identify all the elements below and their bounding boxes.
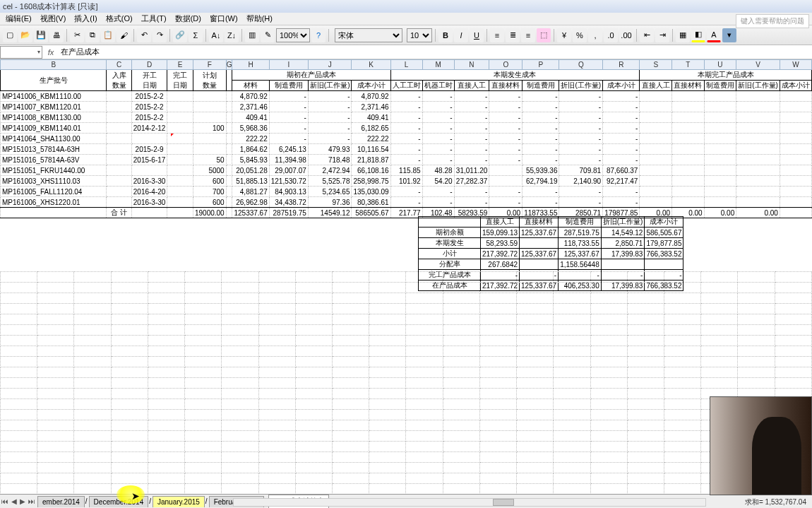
empty-cell[interactable] xyxy=(443,399,479,410)
table-row[interactable]: MP141064_SHA1130.00222.22--222.22------- xyxy=(1,134,812,144)
empty-cell[interactable] xyxy=(111,325,148,336)
table-row[interactable]: MP151051_FKRU1440.00500020,051.2829,007.… xyxy=(1,165,812,176)
empty-cell[interactable] xyxy=(554,484,590,494)
cell[interactable]: 2,140.90 xyxy=(559,176,603,187)
empty-cell[interactable] xyxy=(258,325,295,336)
empty-cell[interactable] xyxy=(222,442,258,452)
cell[interactable]: - xyxy=(489,155,523,165)
empty-cell[interactable] xyxy=(627,357,664,367)
empty-cell[interactable] xyxy=(443,442,479,452)
cell[interactable]: 409.41 xyxy=(352,112,390,123)
cell[interactable]: - xyxy=(422,197,454,208)
cell[interactable]: MP141009_KBM1140.01 xyxy=(1,123,107,134)
font-color-icon[interactable]: A xyxy=(707,28,721,42)
cell[interactable]: - xyxy=(269,134,308,144)
empty-cell[interactable] xyxy=(332,314,369,325)
empty-cell[interactable] xyxy=(369,314,406,325)
horizontal-scrollbar[interactable] xyxy=(233,498,706,508)
empty-cell[interactable] xyxy=(222,452,258,463)
cell[interactable] xyxy=(226,134,232,144)
cell[interactable]: 100 xyxy=(193,123,226,134)
empty-cell[interactable] xyxy=(111,389,148,399)
cell[interactable] xyxy=(226,176,232,187)
cell[interactable]: 2016-3-30 xyxy=(131,197,167,208)
new-icon[interactable]: ▢ xyxy=(3,28,17,42)
empty-cell[interactable] xyxy=(443,283,479,293)
empty-cell[interactable] xyxy=(406,378,443,389)
cut-icon[interactable]: ✂ xyxy=(70,28,84,42)
empty-cell[interactable] xyxy=(664,367,700,378)
cell[interactable]: - xyxy=(603,112,640,123)
cell[interactable]: MP141064_SHA1130.00 xyxy=(1,134,107,144)
empty-cell[interactable] xyxy=(517,378,554,389)
empty-cell[interactable] xyxy=(479,473,516,484)
empty-cell[interactable] xyxy=(148,420,184,431)
cell[interactable] xyxy=(193,112,226,123)
cell[interactable]: 709.81 xyxy=(559,165,603,176)
cell[interactable] xyxy=(640,155,672,165)
empty-cell[interactable] xyxy=(664,378,700,389)
cell[interactable] xyxy=(167,144,193,155)
total-cell[interactable] xyxy=(131,208,167,218)
empty-cell[interactable] xyxy=(590,283,627,293)
empty-cell[interactable] xyxy=(111,452,148,463)
empty-cell[interactable] xyxy=(258,346,295,357)
cell[interactable]: 4,870.92 xyxy=(232,91,269,102)
cell[interactable]: - xyxy=(559,91,603,102)
summary-cell[interactable]: 118,733.55 xyxy=(559,238,602,249)
empty-cell[interactable] xyxy=(37,304,74,314)
empty-cell[interactable] xyxy=(295,336,332,346)
empty-cell[interactable] xyxy=(37,367,74,378)
empty-cell[interactable] xyxy=(148,399,184,410)
cell[interactable]: - xyxy=(489,144,523,155)
empty-cell[interactable] xyxy=(443,473,479,484)
cell[interactable]: - xyxy=(523,197,559,208)
cell[interactable] xyxy=(780,197,811,208)
cell[interactable]: 5000 xyxy=(193,165,226,176)
empty-cell[interactable] xyxy=(627,378,664,389)
empty-cell[interactable] xyxy=(258,389,295,399)
empty-cell[interactable] xyxy=(664,420,700,431)
empty-cell[interactable] xyxy=(443,346,479,357)
table-row[interactable]: MP141009_KBM1140.012014-2-121005,968.36-… xyxy=(1,123,812,134)
empty-cell[interactable] xyxy=(222,399,258,410)
dec-decimal-icon[interactable]: .00 xyxy=(619,28,633,42)
empty-cell[interactable] xyxy=(369,357,406,367)
cell[interactable] xyxy=(736,155,780,165)
empty-cell[interactable] xyxy=(185,293,222,304)
table-row[interactable]: MP141007_KBM1120.012015-2-22,371.46--2,3… xyxy=(1,102,812,112)
cell[interactable] xyxy=(193,134,226,144)
empty-cell[interactable] xyxy=(627,463,664,473)
empty-cell[interactable] xyxy=(1,272,37,283)
cell[interactable]: 34,438.72 xyxy=(269,197,308,208)
empty-cell[interactable] xyxy=(295,293,332,304)
summary-cell[interactable]: 287,519.75 xyxy=(559,228,602,238)
empty-cell[interactable] xyxy=(775,314,811,325)
save-icon[interactable]: 💾 xyxy=(34,28,48,42)
empty-cell[interactable] xyxy=(479,410,516,420)
cell[interactable] xyxy=(640,144,672,155)
empty-cell[interactable] xyxy=(295,367,332,378)
summary-cell[interactable] xyxy=(601,259,645,270)
empty-cell[interactable] xyxy=(443,325,479,336)
empty-cell[interactable] xyxy=(1,293,37,304)
empty-cell[interactable] xyxy=(627,325,664,336)
chart-icon[interactable]: ▥ xyxy=(245,28,259,42)
cell[interactable]: MP151013_57814A-63H xyxy=(1,144,107,155)
empty-cell[interactable] xyxy=(258,304,295,314)
cell[interactable] xyxy=(672,134,705,144)
help-icon[interactable]: ? xyxy=(311,28,326,42)
cell[interactable]: 1,864.62 xyxy=(232,144,269,155)
empty-cell[interactable] xyxy=(369,452,406,463)
empty-cell[interactable] xyxy=(590,357,627,367)
cell[interactable] xyxy=(704,134,736,144)
empty-cell[interactable] xyxy=(74,325,111,336)
table-row[interactable]: MP161006_XHS1220.012016-3-3060026,962.98… xyxy=(1,197,812,208)
empty-cell[interactable] xyxy=(590,410,627,420)
empty-cell[interactable] xyxy=(1,452,37,463)
summary-cell[interactable]: 14,549.12 xyxy=(601,228,645,238)
cell[interactable]: - xyxy=(603,134,640,144)
currency-icon[interactable]: ¥ xyxy=(557,28,571,42)
cell[interactable]: 222.22 xyxy=(352,134,390,144)
cell[interactable] xyxy=(167,165,193,176)
